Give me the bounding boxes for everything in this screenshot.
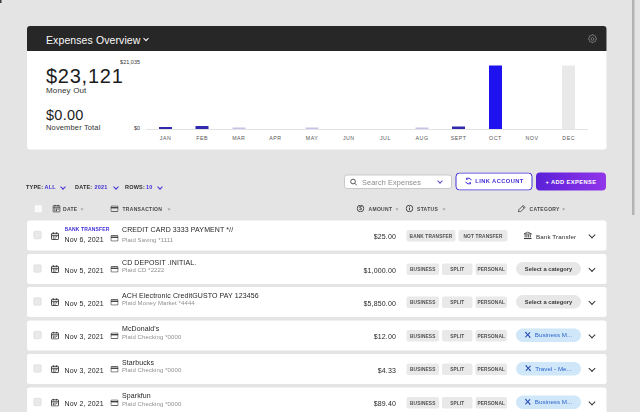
svg-text:$: $	[359, 206, 362, 211]
